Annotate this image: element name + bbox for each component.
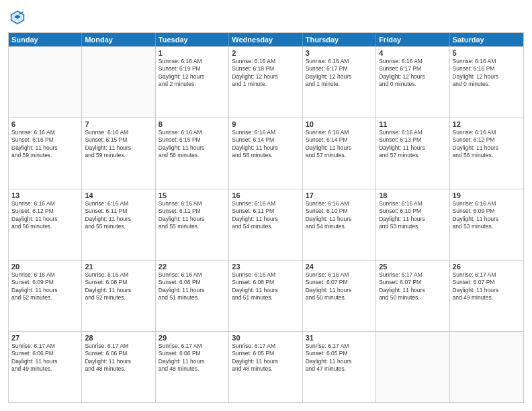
cell-info: Sunrise: 6:16 AM Sunset: 6:13 PM Dayligh… — [379, 129, 446, 160]
cell-info: Sunrise: 6:16 AM Sunset: 6:08 PM Dayligh… — [232, 271, 299, 302]
header-day-thursday: Thursday — [303, 33, 376, 46]
cal-cell-empty — [82, 47, 155, 118]
calendar-row-4: 20Sunrise: 6:16 AM Sunset: 6:09 PM Dayli… — [9, 260, 523, 331]
cell-info: Sunrise: 6:17 AM Sunset: 6:06 PM Dayligh… — [11, 342, 79, 373]
day-number: 16 — [232, 191, 299, 199]
cal-cell-30: 30Sunrise: 6:17 AM Sunset: 6:05 PM Dayli… — [229, 332, 302, 402]
cal-cell-18: 18Sunrise: 6:16 AM Sunset: 6:10 PM Dayli… — [376, 189, 449, 260]
day-number: 21 — [85, 263, 152, 271]
header-day-wednesday: Wednesday — [229, 33, 302, 46]
cell-info: Sunrise: 6:17 AM Sunset: 6:06 PM Dayligh… — [85, 342, 152, 373]
day-number: 5 — [453, 49, 521, 57]
day-number: 18 — [379, 191, 446, 199]
day-number: 25 — [379, 263, 446, 271]
day-number: 1 — [159, 49, 226, 57]
cal-cell-29: 29Sunrise: 6:17 AM Sunset: 6:06 PM Dayli… — [156, 332, 229, 402]
cell-info: Sunrise: 6:17 AM Sunset: 6:05 PM Dayligh… — [306, 342, 373, 373]
day-number: 26 — [453, 263, 521, 271]
day-number: 12 — [453, 120, 521, 128]
day-number: 24 — [306, 263, 373, 271]
cell-info: Sunrise: 6:17 AM Sunset: 6:05 PM Dayligh… — [232, 342, 299, 373]
day-number: 2 — [232, 49, 299, 57]
day-number: 23 — [232, 263, 299, 271]
day-number: 6 — [11, 120, 79, 128]
day-number: 29 — [159, 334, 226, 342]
cal-cell-3: 3Sunrise: 6:16 AM Sunset: 6:17 PM Daylig… — [303, 47, 376, 118]
cell-info: Sunrise: 6:16 AM Sunset: 6:12 PM Dayligh… — [11, 200, 79, 231]
cell-info: Sunrise: 6:16 AM Sunset: 6:09 PM Dayligh… — [453, 200, 521, 231]
cell-info: Sunrise: 6:17 AM Sunset: 6:07 PM Dayligh… — [453, 271, 521, 302]
cal-cell-7: 7Sunrise: 6:16 AM Sunset: 6:15 PM Daylig… — [82, 118, 155, 189]
calendar-row-1: 1Sunrise: 6:16 AM Sunset: 6:19 PM Daylig… — [9, 46, 523, 118]
day-number: 31 — [306, 334, 373, 342]
calendar-row-5: 27Sunrise: 6:17 AM Sunset: 6:06 PM Dayli… — [9, 331, 523, 402]
cell-info: Sunrise: 6:16 AM Sunset: 6:08 PM Dayligh… — [85, 271, 152, 302]
cal-cell-31: 31Sunrise: 6:17 AM Sunset: 6:05 PM Dayli… — [303, 332, 376, 402]
calendar-row-2: 6Sunrise: 6:16 AM Sunset: 6:16 PM Daylig… — [9, 118, 523, 189]
cell-info: Sunrise: 6:16 AM Sunset: 6:16 PM Dayligh… — [11, 129, 79, 160]
cal-cell-5: 5Sunrise: 6:16 AM Sunset: 6:16 PM Daylig… — [450, 47, 523, 118]
cal-cell-12: 12Sunrise: 6:16 AM Sunset: 6:12 PM Dayli… — [450, 118, 523, 189]
cal-cell-empty — [450, 332, 523, 402]
cal-cell-20: 20Sunrise: 6:16 AM Sunset: 6:09 PM Dayli… — [9, 261, 82, 331]
cal-cell-19: 19Sunrise: 6:16 AM Sunset: 6:09 PM Dayli… — [450, 189, 523, 260]
cell-info: Sunrise: 6:17 AM Sunset: 6:06 PM Dayligh… — [159, 342, 226, 373]
cell-info: Sunrise: 6:16 AM Sunset: 6:17 PM Dayligh… — [306, 58, 373, 89]
day-number: 9 — [232, 120, 299, 128]
cell-info: Sunrise: 6:16 AM Sunset: 6:08 PM Dayligh… — [159, 271, 226, 302]
day-number: 14 — [85, 191, 152, 199]
calendar-header: SundayMondayTuesdayWednesdayThursdayFrid… — [9, 33, 523, 46]
cal-cell-10: 10Sunrise: 6:16 AM Sunset: 6:14 PM Dayli… — [303, 118, 376, 189]
day-number: 20 — [11, 263, 79, 271]
day-number: 22 — [159, 263, 226, 271]
day-number: 27 — [11, 334, 79, 342]
cell-info: Sunrise: 6:16 AM Sunset: 6:11 PM Dayligh… — [159, 200, 226, 231]
cal-cell-8: 8Sunrise: 6:16 AM Sunset: 6:15 PM Daylig… — [156, 118, 229, 189]
day-number: 28 — [85, 334, 152, 342]
cell-info: Sunrise: 6:16 AM Sunset: 6:15 PM Dayligh… — [85, 129, 152, 160]
cal-cell-6: 6Sunrise: 6:16 AM Sunset: 6:16 PM Daylig… — [9, 118, 82, 189]
day-number: 4 — [379, 49, 446, 57]
cal-cell-21: 21Sunrise: 6:16 AM Sunset: 6:08 PM Dayli… — [82, 261, 155, 331]
cell-info: Sunrise: 6:16 AM Sunset: 6:17 PM Dayligh… — [379, 58, 446, 89]
cal-cell-11: 11Sunrise: 6:16 AM Sunset: 6:13 PM Dayli… — [376, 118, 449, 189]
cell-info: Sunrise: 6:17 AM Sunset: 6:07 PM Dayligh… — [379, 271, 446, 302]
cell-info: Sunrise: 6:16 AM Sunset: 6:11 PM Dayligh… — [85, 200, 152, 231]
day-number: 19 — [453, 191, 521, 199]
day-number: 11 — [379, 120, 446, 128]
header-day-friday: Friday — [376, 33, 449, 46]
cell-info: Sunrise: 6:16 AM Sunset: 6:18 PM Dayligh… — [232, 58, 299, 89]
cal-cell-4: 4Sunrise: 6:16 AM Sunset: 6:17 PM Daylig… — [376, 47, 449, 118]
cell-info: Sunrise: 6:16 AM Sunset: 6:07 PM Dayligh… — [306, 271, 373, 302]
cell-info: Sunrise: 6:16 AM Sunset: 6:15 PM Dayligh… — [159, 129, 226, 160]
cell-info: Sunrise: 6:16 AM Sunset: 6:19 PM Dayligh… — [159, 58, 226, 89]
cal-cell-1: 1Sunrise: 6:16 AM Sunset: 6:19 PM Daylig… — [156, 47, 229, 118]
cal-cell-23: 23Sunrise: 6:16 AM Sunset: 6:08 PM Dayli… — [229, 261, 302, 331]
cell-info: Sunrise: 6:16 AM Sunset: 6:12 PM Dayligh… — [453, 129, 521, 160]
cell-info: Sunrise: 6:16 AM Sunset: 6:10 PM Dayligh… — [379, 200, 446, 231]
cell-info: Sunrise: 6:16 AM Sunset: 6:16 PM Dayligh… — [453, 58, 521, 89]
cal-cell-27: 27Sunrise: 6:17 AM Sunset: 6:06 PM Dayli… — [9, 332, 82, 402]
cal-cell-17: 17Sunrise: 6:16 AM Sunset: 6:10 PM Dayli… — [303, 189, 376, 260]
cell-info: Sunrise: 6:16 AM Sunset: 6:09 PM Dayligh… — [11, 271, 79, 302]
cal-cell-16: 16Sunrise: 6:16 AM Sunset: 6:11 PM Dayli… — [229, 189, 302, 260]
cal-cell-28: 28Sunrise: 6:17 AM Sunset: 6:06 PM Dayli… — [82, 332, 155, 402]
cell-info: Sunrise: 6:16 AM Sunset: 6:14 PM Dayligh… — [306, 129, 373, 160]
cell-info: Sunrise: 6:16 AM Sunset: 6:10 PM Dayligh… — [306, 200, 373, 231]
cal-cell-empty — [376, 332, 449, 402]
day-number: 15 — [159, 191, 226, 199]
cal-cell-9: 9Sunrise: 6:16 AM Sunset: 6:14 PM Daylig… — [229, 118, 302, 189]
day-number: 17 — [306, 191, 373, 199]
cell-info: Sunrise: 6:16 AM Sunset: 6:14 PM Dayligh… — [232, 129, 299, 160]
header-day-sunday: Sunday — [9, 33, 82, 46]
cal-cell-24: 24Sunrise: 6:16 AM Sunset: 6:07 PM Dayli… — [303, 261, 376, 331]
cal-cell-25: 25Sunrise: 6:17 AM Sunset: 6:07 PM Dayli… — [376, 261, 449, 331]
day-number: 8 — [159, 120, 226, 128]
calendar-row-3: 13Sunrise: 6:16 AM Sunset: 6:12 PM Dayli… — [9, 189, 523, 260]
day-number: 30 — [232, 334, 299, 342]
cal-cell-13: 13Sunrise: 6:16 AM Sunset: 6:12 PM Dayli… — [9, 189, 82, 260]
header — [8, 8, 524, 27]
cal-cell-22: 22Sunrise: 6:16 AM Sunset: 6:08 PM Dayli… — [156, 261, 229, 331]
page: SundayMondayTuesdayWednesdayThursdayFrid… — [0, 0, 532, 411]
cal-cell-2: 2Sunrise: 6:16 AM Sunset: 6:18 PM Daylig… — [229, 47, 302, 118]
